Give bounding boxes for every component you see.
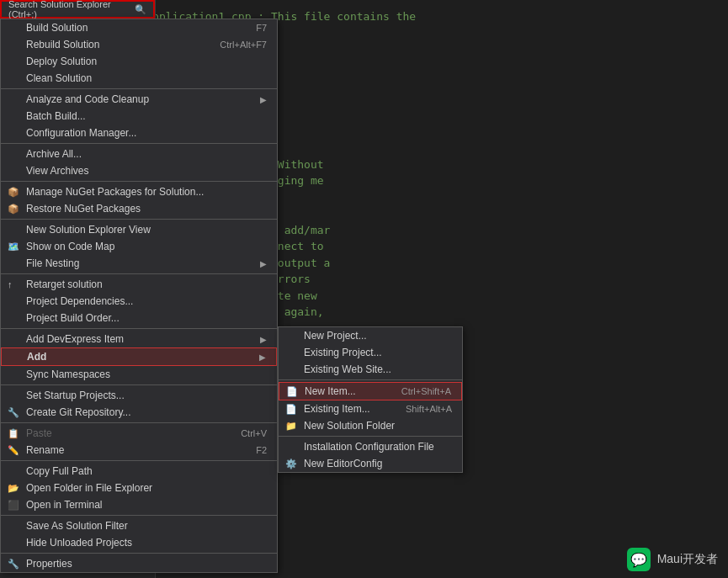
menu-project-build-order[interactable]: Project Build Order... [1, 310, 277, 326]
menu-rebuild-solution[interactable]: Rebuild Solution Ctrl+Alt+F7 [1, 36, 277, 53]
separator-2 [1, 143, 277, 144]
menu-create-git[interactable]: 🔧 Create Git Repository... [1, 404, 277, 421]
submenu-new-solution-folder[interactable]: 📁 New Solution Folder [279, 417, 462, 434]
submenu-add: New Project... Existing Project... Exist… [278, 326, 463, 473]
nuget-icon: 📦 [8, 187, 19, 198]
menu-file-nesting[interactable]: File Nesting ▶ [1, 255, 277, 272]
separator-8 [1, 422, 277, 423]
menu-batch-build[interactable]: Batch Build... [1, 108, 277, 125]
new-item-icon: 📄 [286, 386, 298, 397]
submenu-existing-item[interactable]: 📄 Existing Item... Shift+Alt+A [279, 400, 462, 417]
existing-item-icon: 📄 [285, 404, 297, 415]
separator-1 [1, 88, 277, 89]
menu-add-devexpress[interactable]: Add DevExpress Item ▶ [1, 331, 277, 347]
menu-add[interactable]: Add ▶ [1, 347, 277, 366]
separator-11 [1, 553, 277, 554]
rename-icon: ✏️ [8, 445, 19, 456]
menu-archive-all[interactable]: Archive All... [1, 146, 277, 162]
code-map-icon: 🗺️ [8, 241, 19, 252]
editorconfig-icon: ⚙️ [285, 459, 297, 469]
menu-manage-nuget[interactable]: 📦 Manage NuGet Packages for Solution... [1, 183, 277, 200]
menu-copy-full-path[interactable]: Copy Full Path [1, 463, 277, 480]
menu-rename[interactable]: ✏️ Rename F2 [1, 442, 277, 459]
menu-config-manager[interactable]: Configuration Manager... [1, 125, 277, 141]
menu-paste[interactable]: 📋 Paste Ctrl+V [1, 425, 277, 442]
menu-clean-solution[interactable]: Clean Solution [1, 70, 277, 87]
submenu-separator-1 [279, 379, 462, 380]
separator-9 [1, 460, 277, 461]
separator-7 [1, 384, 277, 385]
submenu-existing-project[interactable]: Existing Project... [279, 344, 462, 361]
submenu-new-editorconfig[interactable]: ⚙️ New EditorConfig [279, 455, 462, 472]
separator-4 [1, 219, 277, 220]
submenu-existing-website[interactable]: Existing Web Site... [279, 361, 462, 378]
retarget-icon: ↑ [8, 279, 13, 289]
menu-open-folder-explorer[interactable]: 📂 Open Folder in File Explorer [1, 480, 277, 496]
search-icon[interactable]: 🔍 [135, 4, 146, 15]
folder-explorer-icon: 📂 [8, 483, 19, 494]
menu-restore-nuget[interactable]: 📦 Restore NuGet Packages [1, 200, 277, 217]
context-menu: Build Solution F7 Rebuild Solution Ctrl+… [0, 19, 278, 573]
menu-open-terminal[interactable]: ⬛ Open in Terminal [1, 496, 277, 513]
menu-build-solution[interactable]: Build Solution F7 [1, 19, 277, 36]
menu-deploy-solution[interactable]: Deploy Solution [1, 53, 277, 70]
submenu-new-project[interactable]: New Project... [279, 327, 462, 344]
solution-folder-icon: 📁 [285, 421, 297, 432]
properties-icon: 🔧 [8, 559, 19, 570]
submenu-install-config[interactable]: Installation Configuration File [279, 438, 462, 455]
menu-view-archives[interactable]: View Archives [1, 162, 277, 179]
menu-analyze-cleanup[interactable]: Analyze and Code Cleanup ▶ [1, 91, 277, 108]
menu-retarget-solution[interactable]: ↑ Retarget solution [1, 276, 277, 293]
submenu-separator-2 [279, 436, 462, 437]
watermark-text: Maui开发者 [657, 552, 718, 567]
menu-sync-namespaces[interactable]: Sync Namespaces [1, 366, 277, 383]
menu-hide-unloaded[interactable]: Hide Unloaded Projects [1, 534, 277, 551]
wechat-icon: 💬 [627, 548, 651, 571]
menu-new-se-view[interactable]: New Solution Explorer View [1, 221, 277, 238]
git-icon: 🔧 [8, 407, 19, 418]
separator-10 [1, 515, 277, 516]
menu-set-startup[interactable]: Set Startup Projects... [1, 387, 277, 404]
separator-3 [1, 181, 277, 182]
menu-properties[interactable]: 🔧 Properties [1, 555, 277, 572]
terminal-icon: ⬛ [8, 500, 19, 511]
solution-explorer-title: Search Solution Explorer (Ctrl+;) [8, 0, 135, 19]
menu-save-solution-filter[interactable]: Save As Solution Filter [1, 517, 277, 534]
menu-project-dependencies[interactable]: Project Dependencies... [1, 293, 277, 310]
menu-show-code-map[interactable]: 🗺️ Show on Code Map [1, 238, 277, 255]
solution-explorer-titlebar: Search Solution Explorer (Ctrl+;) 🔍 [0, 0, 155, 19]
watermark: 💬 Maui开发者 [627, 548, 718, 571]
submenu-new-item[interactable]: 📄 New Item... Ctrl+Shift+A [279, 382, 462, 400]
paste-icon: 📋 [8, 428, 19, 439]
separator-5 [1, 273, 277, 274]
add-label: Add [27, 351, 46, 363]
nuget-restore-icon: 📦 [8, 204, 19, 215]
separator-6 [1, 328, 277, 329]
